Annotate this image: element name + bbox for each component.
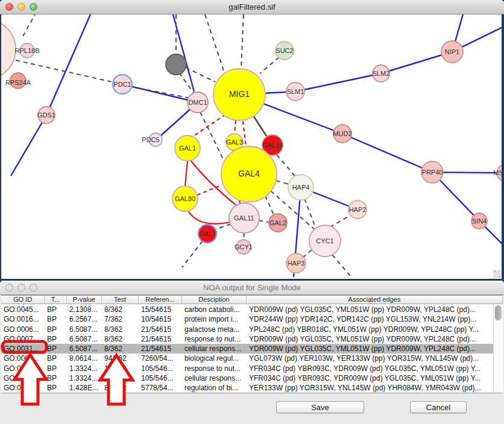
column-header-description[interactable]: Desciption (182, 296, 247, 304)
edge-red (188, 211, 230, 224)
node-gray-node[interactable] (166, 54, 186, 75)
cell-type: BP (45, 354, 67, 363)
cell-reference: 7260/54... (139, 354, 182, 363)
cell-reference: 21/54615 (139, 325, 182, 334)
node-big-node[interactable] (1, 19, 16, 80)
column-header-p-value[interactable]: P-value (67, 296, 102, 304)
node-label-MSI: MSI (493, 169, 502, 176)
save-button[interactable]: Save (276, 401, 364, 413)
button-bar: Save Cancel (0, 394, 504, 424)
table-row[interactable]: GO:0031...BP6.5087...8/36221/54615cellul… (1, 344, 493, 354)
cell-test: 8/362 (102, 305, 139, 314)
cell-type: BP (45, 325, 67, 334)
node-label-SLM1: SLM1 (287, 88, 304, 95)
edge-blue (342, 134, 432, 172)
noa-window: NOA output for Single Mode GO IDT...P-va… (0, 281, 504, 424)
edge-blue (46, 14, 90, 115)
node-label-SUC2: SUC2 (276, 47, 293, 54)
cell-test: 94/362 (102, 354, 139, 363)
cell-p-value: 2.1308... (67, 305, 102, 314)
node-label-GAL4: GAL4 (238, 169, 260, 178)
table-row[interactable]: GO:0031...BP1.3324...11/362105/546...cel… (1, 373, 493, 383)
node-label-GAL7: GAL7 (199, 230, 216, 237)
table-row[interactable]: GO:0065...BP8.0614...94/3627260/54...bio… (1, 354, 493, 363)
network-graph: RPL18BRPS24AGDS1PDC1MIG1DMC1SUC2SLM1SLM2… (1, 14, 502, 279)
cell-associated-edges: YDR244W (pp) YDR142C, YDR142C (pp) YGL15… (247, 314, 493, 324)
edge-dash (330, 214, 352, 227)
results-table: GO IDT...P-valueTestReferen...Desciption… (1, 295, 503, 393)
edge-dash (259, 220, 269, 222)
cell-description: protein import i... (182, 314, 247, 324)
edge-dash (303, 250, 312, 257)
edge-blue (295, 73, 381, 92)
cell-description: biological regul... (182, 354, 247, 363)
column-header-go-id[interactable]: GO ID (1, 296, 45, 304)
cell-type: BP (45, 364, 67, 373)
node-label-HAP3: HAP3 (288, 260, 305, 267)
cell-description: cellular respons... (182, 344, 247, 354)
table-row[interactable]: GO:0006...BP6.5087...8/36221/54615galact… (1, 325, 493, 334)
cell-go-id: GO:0045... (1, 305, 45, 314)
table-row[interactable]: GO:0045...BP2.1308...8/36215/54615carbon… (1, 305, 493, 314)
edge-dash (241, 14, 244, 69)
cell-type: BP (45, 305, 67, 314)
edge-dash (131, 87, 191, 98)
table-row[interactable]: GO:0007...BP6.5087...8/36221/54615respon… (1, 334, 493, 344)
edge-dash (23, 14, 35, 36)
edge-dash (277, 155, 295, 176)
edge-dash (276, 181, 289, 184)
network-titlebar[interactable]: galFiltered.sif (0, 0, 504, 14)
cell-associated-edges: YFR034C (pd) YBR093C, YDR009W (pd) YGL03… (247, 373, 493, 383)
cell-reference: 105/546... (139, 373, 182, 383)
table-row[interactable]: GO:0031...BP1.3324...11/362105/546...res… (1, 364, 493, 373)
cell-go-id: GO:0050... (1, 383, 45, 393)
cell-associated-edges: YGL073W (pd) YER103W, YER133W (pp) YOR31… (247, 354, 493, 363)
noa-titlebar[interactable]: NOA output for Single Mode (0, 281, 504, 295)
resize-grip-icon[interactable] (494, 270, 501, 278)
cell-p-value: 1.3324... (67, 364, 102, 373)
scrollbar-thumb[interactable] (495, 305, 502, 320)
network-canvas[interactable]: RPL18BRPS24AGDS1PDC1MIG1DMC1SUC2SLM1SLM2… (1, 14, 502, 279)
node-label-GAL1: GAL1 (179, 145, 196, 152)
edge-blue (11, 115, 46, 176)
cell-go-id: GO:0065... (1, 354, 45, 363)
edge-dash (332, 255, 350, 276)
column-header-reference[interactable]: Referen... (139, 296, 182, 304)
cell-reference: 21/54615 (139, 334, 182, 344)
cell-test: 8/362 (102, 344, 139, 354)
cell-description: galactose meta... (182, 325, 247, 334)
cell-description: response to nut... (182, 364, 247, 373)
node-label-GAL11: GAL11 (234, 214, 254, 222)
cell-reference: 10/54615 (139, 314, 182, 324)
cell-description: cellular respons... (182, 373, 247, 383)
cell-p-value: 6.5087... (67, 325, 102, 334)
cell-p-value: 6.5087... (67, 334, 102, 344)
cell-go-id: GO:0007... (1, 334, 45, 344)
edge-dash (215, 224, 231, 229)
cell-p-value: 6.2567... (67, 314, 102, 324)
cell-p-value: 6.5087... (67, 344, 102, 354)
cell-test: 11/362 (102, 364, 139, 373)
edge-dash (200, 112, 224, 161)
node-label-RPL18B: RPL18B (15, 47, 40, 54)
cancel-button[interactable]: Cancel (410, 401, 467, 413)
edge-dash (260, 57, 279, 73)
node-label-PDC1: PDC1 (113, 81, 131, 88)
node-label-PDC5: PDC5 (142, 136, 159, 143)
node-label-HAP2: HAP2 (349, 206, 367, 213)
cell-description: carbon cataboli... (182, 305, 247, 314)
cell-associated-edges: YPL248C (pd) YBR018C, YML051W (pp) YDR00… (247, 325, 493, 334)
column-header-associated-edges[interactable]: Associated edges (247, 296, 503, 304)
table-row[interactable]: GO:0050...BP1.428E...80/3625778/54...reg… (1, 383, 493, 393)
table-row[interactable]: GO:0016...BP6.2567...7/36210/54615protei… (1, 314, 493, 324)
column-header-type[interactable]: T... (45, 296, 67, 304)
vertical-scrollbar[interactable] (493, 305, 503, 393)
node-label-PRP40: PRP40 (422, 169, 443, 176)
cell-p-value: 1.428E... (67, 383, 102, 393)
cell-p-value: 8.0614... (67, 354, 102, 363)
edge-dash (182, 241, 203, 267)
cell-test: 80/362 (102, 383, 139, 393)
node-label-MIG1: MIG1 (229, 89, 250, 99)
edge-reddash (192, 114, 225, 137)
column-header-test[interactable]: Test (102, 296, 139, 304)
